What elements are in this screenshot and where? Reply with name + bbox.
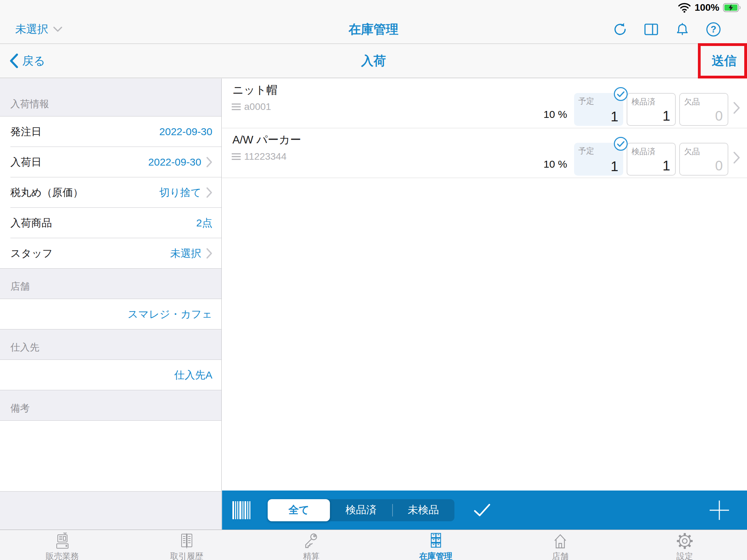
row-label: スタッフ: [10, 246, 53, 261]
tab-bar: 販売業務 取引履歴 精算: [0, 530, 747, 560]
tab-label: 取引履歴: [170, 551, 203, 560]
shortage-label: 欠品: [684, 146, 700, 157]
row-value: 2022-09-30: [148, 156, 201, 168]
chevron-right-icon: [206, 187, 212, 198]
supplier-value: 仕入先A: [174, 368, 212, 382]
tab-label: 設定: [676, 551, 693, 560]
planned-label: 予定: [578, 96, 594, 106]
product-code: a0001: [244, 101, 271, 112]
tax-rate: 10 %: [544, 109, 567, 120]
row-value: 2点: [196, 216, 212, 230]
check-mode-icon[interactable]: [474, 504, 490, 517]
status-bar: 100%: [0, 0, 747, 15]
section-header-notes: 備考: [0, 390, 221, 421]
filter-segmented-control: 全て 検品済 未検品: [268, 499, 454, 521]
segment-uninspected[interactable]: 未検品: [392, 499, 454, 521]
segment-inspected[interactable]: 検品済: [330, 499, 392, 521]
section-header-store: 店舗: [0, 269, 221, 299]
inspected-qty-input[interactable]: 検品済 1: [627, 143, 676, 176]
planned-value: 1: [611, 159, 618, 174]
tab-sales[interactable]: 販売業務: [0, 530, 124, 560]
row-tax-rounding[interactable]: 税丸め（原価） 切り捨て: [0, 177, 221, 208]
product-row[interactable]: ニット帽 a0001 10 % 予定 1 検品済 1 欠品 0: [222, 78, 747, 128]
row-value: 未選択: [170, 246, 201, 261]
tab-settings[interactable]: 設定: [622, 530, 747, 560]
tab-label: 販売業務: [46, 551, 79, 560]
row-label: 税丸め（原価）: [10, 186, 83, 200]
planned-label: 予定: [578, 146, 594, 156]
inspected-value: 1: [663, 108, 670, 124]
list-lines-icon: [232, 103, 241, 111]
chevron-right-icon: [206, 157, 212, 168]
tab-label: 精算: [303, 551, 320, 560]
inspected-label: 検品済: [631, 146, 655, 157]
store-value: スマレジ・カフェ: [128, 307, 212, 321]
segment-divider: [392, 504, 393, 516]
help-icon[interactable]: ?: [706, 21, 721, 37]
notes-field[interactable]: [0, 421, 221, 492]
shortage-qty-input[interactable]: 欠品 0: [679, 93, 728, 126]
product-name: ニット帽: [232, 83, 277, 98]
gear-icon: [676, 532, 693, 550]
product-list: ニット帽 a0001 10 % 予定 1 検品済 1 欠品 0: [222, 78, 747, 530]
tab-store[interactable]: 店舗: [498, 530, 622, 560]
chevron-right-icon: [206, 248, 212, 259]
planned-qty-box: 予定 1: [574, 143, 623, 176]
submit-button[interactable]: 送信: [712, 44, 737, 78]
row-order-date[interactable]: 発注日 2022-09-30: [0, 116, 221, 147]
product-name: A/W パーカー: [232, 132, 301, 148]
checked-badge-icon: [614, 87, 628, 101]
tax-rate: 10 %: [544, 158, 567, 170]
tab-inventory[interactable]: 在庫管理: [374, 530, 498, 560]
checked-badge-icon: [614, 137, 628, 151]
row-arrival-date[interactable]: 入荷日 2022-09-30: [0, 147, 221, 177]
inspected-qty-input[interactable]: 検品済 1: [627, 93, 676, 126]
filter-toolbar: 全て 検品済 未検品: [222, 491, 747, 530]
planned-qty-box: 予定 1: [574, 93, 623, 126]
list-lines-icon: [232, 153, 241, 160]
shortage-qty-input[interactable]: 欠品 0: [679, 143, 728, 176]
row-supplier[interactable]: 仕入先A: [0, 360, 221, 390]
storage-drawers-icon: [427, 532, 444, 550]
section-header-info: 入荷情報: [0, 78, 221, 116]
ledger-book-icon: [178, 532, 195, 550]
shortage-value: 0: [715, 108, 723, 124]
row-value: 切り捨て: [159, 186, 201, 200]
sync-icon[interactable]: [612, 21, 628, 37]
receiving-info-sidebar: 入荷情報 発注日 2022-09-30 入荷日 2022-09-30 税丸め（原…: [0, 78, 222, 530]
add-product-icon[interactable]: [708, 499, 730, 521]
key-icon: [303, 532, 320, 550]
barcode-scan-icon[interactable]: [232, 501, 250, 520]
home-icon: [552, 532, 569, 550]
tab-label: 在庫管理: [419, 551, 452, 560]
split-view-icon[interactable]: [643, 21, 659, 37]
row-value: 2022-09-30: [159, 126, 212, 138]
row-store[interactable]: スマレジ・カフェ: [0, 299, 221, 329]
product-code: 11223344: [244, 151, 287, 162]
planned-value: 1: [611, 109, 618, 124]
nav-bar: 戻る 入荷 送信: [0, 44, 747, 78]
battery-percent: 100%: [694, 2, 719, 13]
screen-title: 入荷: [0, 44, 747, 78]
row-label: 発注日: [10, 125, 42, 139]
product-row[interactable]: A/W パーカー 11223344 10 % 予定 1 検品済 1 欠品 0: [222, 128, 747, 178]
tab-label: 店舗: [552, 551, 569, 560]
app-header: 未選択 在庫管理 ?: [0, 15, 747, 44]
tab-transactions[interactable]: 取引履歴: [124, 530, 249, 560]
battery-icon: [723, 3, 741, 12]
row-label: 入荷日: [10, 155, 42, 169]
row-item-count[interactable]: 入荷商品 2点: [0, 208, 221, 238]
row-label: 入荷商品: [10, 216, 52, 230]
bell-icon[interactable]: [674, 21, 690, 37]
row-staff[interactable]: スタッフ 未選択: [0, 238, 221, 269]
inspected-value: 1: [663, 158, 670, 174]
shortage-value: 0: [715, 158, 723, 174]
chevron-right-icon[interactable]: [733, 151, 740, 164]
segment-all[interactable]: 全て: [268, 499, 330, 521]
chevron-right-icon[interactable]: [733, 102, 740, 114]
svg-text:?: ?: [711, 24, 717, 35]
tab-settlement[interactable]: 精算: [249, 530, 374, 560]
cash-register-icon: [54, 532, 71, 550]
section-header-supplier: 仕入先: [0, 329, 221, 360]
inspected-label: 検品済: [631, 96, 655, 107]
